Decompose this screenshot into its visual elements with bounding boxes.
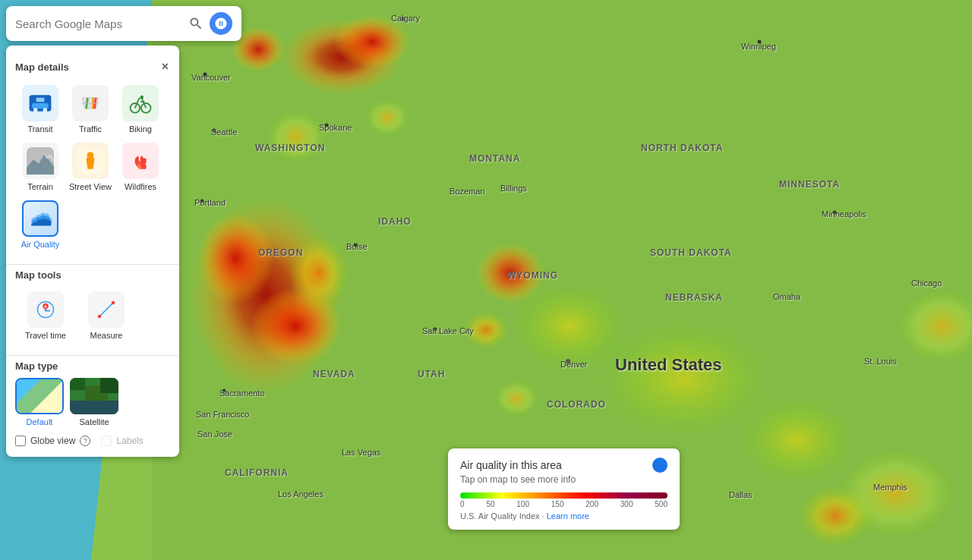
- globe-view-checkbox[interactable]: [15, 436, 26, 446]
- map-details-section: Map details × Transit: [6, 59, 179, 261]
- search-bar[interactable]: [6, 6, 241, 41]
- google-icon-button[interactable]: [210, 12, 232, 35]
- air-quality-info-box: Air quality in this area Tap on map to s…: [448, 448, 680, 530]
- left-panel: Map details × Transit: [6, 46, 179, 457]
- svg-text:A: A: [44, 304, 47, 309]
- traffic-icon: [72, 85, 109, 121]
- biking-icon: [122, 85, 159, 121]
- svg-point-57: [98, 315, 102, 319]
- svg-point-17: [509, 281, 630, 372]
- measure-label: Measure: [90, 331, 123, 340]
- globe-view-label: Globe view: [30, 436, 75, 446]
- transit-label: Transit: [27, 124, 52, 134]
- air-quality-icon: [22, 200, 58, 237]
- svg-point-33: [43, 108, 47, 112]
- aq-title: Air quality in this area: [460, 459, 562, 471]
- svg-point-7: [266, 110, 327, 163]
- learn-more-link[interactable]: Learn more: [547, 511, 589, 521]
- aq-toggle[interactable]: [652, 458, 667, 473]
- map-tools-header: Map tools: [15, 269, 170, 281]
- svg-point-10: [463, 311, 509, 349]
- aq-gradient-bar: [460, 492, 667, 499]
- terrain-label: Terrain: [27, 182, 53, 191]
- svg-point-58: [112, 301, 115, 305]
- svg-point-41: [140, 96, 144, 99]
- svg-point-8: [364, 99, 410, 137]
- maptype-default-icon: [15, 378, 64, 414]
- street-view-label: Street View: [69, 182, 112, 191]
- travel-time-icon: A: [27, 291, 64, 328]
- aq-footer: U.S. Air Quality Index · Learn more: [460, 511, 667, 521]
- map-tools-title: Map tools: [15, 269, 62, 281]
- search-input[interactable]: [15, 17, 182, 30]
- traffic-label: Traffic: [79, 124, 102, 134]
- svg-rect-62: [100, 378, 118, 393]
- terrain-icon: [22, 143, 58, 179]
- maptype-satellite[interactable]: Satellite: [70, 378, 118, 426]
- svg-rect-34: [36, 98, 45, 102]
- svg-point-32: [33, 108, 37, 112]
- map-tools-section: Map tools A Travel time: [6, 269, 179, 352]
- svg-point-4: [289, 235, 349, 311]
- map-item-wildfires[interactable]: Wildfires: [115, 138, 166, 196]
- svg-point-6: [334, 15, 410, 68]
- street-view-icon: [72, 143, 109, 179]
- aq-scale-labels: 0 50 100 150 200 300 500: [460, 500, 667, 508]
- aq-subtitle: Tap on map to see more info: [460, 474, 667, 485]
- maptype-default-label: Default: [27, 417, 53, 426]
- svg-line-55: [106, 307, 109, 310]
- biking-label: Biking: [129, 124, 152, 134]
- svg-point-39: [131, 103, 140, 113]
- maptype-default[interactable]: Default: [15, 378, 64, 426]
- map-tools-grid: A Travel time: [15, 287, 170, 344]
- travel-time-label: Travel time: [25, 331, 66, 340]
- map-details-header: Map details ×: [15, 59, 170, 74]
- svg-rect-60: [70, 378, 85, 390]
- svg-point-2: [197, 212, 273, 304]
- aq-scale: 0 50 100 150 200 300 500: [460, 492, 667, 508]
- transit-icon: [22, 85, 58, 121]
- map-details-title: Map details: [15, 61, 69, 73]
- svg-point-16: [737, 395, 858, 486]
- map-item-terrain[interactable]: Terrain: [15, 138, 65, 196]
- labels-checkbox: [101, 436, 112, 446]
- svg-point-40: [141, 103, 151, 113]
- tool-travel-time[interactable]: A Travel time: [15, 287, 76, 344]
- maptype-satellite-label: Satellite: [79, 417, 109, 426]
- map-details-grid: Transit Traffic: [15, 80, 170, 253]
- search-button[interactable]: [188, 16, 204, 31]
- close-panel-button[interactable]: ×: [160, 59, 170, 74]
- labels-label: Labels: [116, 436, 143, 446]
- map-type-title: Map type: [15, 360, 58, 372]
- tool-measure[interactable]: Measure: [76, 287, 137, 344]
- svg-point-13: [797, 486, 873, 546]
- wildfires-label: Wildfires: [125, 182, 156, 191]
- map-item-transit[interactable]: Transit: [15, 80, 65, 138]
- aq-info-header: Air quality in this area: [460, 458, 667, 473]
- svg-rect-63: [70, 401, 118, 414]
- measure-icon: [88, 291, 125, 328]
- svg-point-14: [494, 379, 539, 417]
- map-item-street-view[interactable]: Street View: [65, 138, 115, 196]
- svg-rect-31: [32, 103, 49, 109]
- maptype-satellite-icon: [70, 378, 118, 414]
- globe-help-icon[interactable]: ?: [80, 436, 90, 446]
- map-type-section: Map type Default: [6, 360, 179, 434]
- air-quality-label: Air Quality: [21, 240, 60, 249]
- map-type-header: Map type: [15, 360, 170, 372]
- wildfires-icon: [122, 143, 159, 179]
- map-item-biking[interactable]: Biking: [115, 80, 166, 138]
- map-item-air-quality[interactable]: Air Quality: [15, 196, 65, 253]
- map-type-grid: Default Satellite: [15, 378, 170, 426]
- svg-line-54: [103, 311, 106, 313]
- map-item-traffic[interactable]: Traffic: [65, 80, 115, 138]
- globe-view-row: Globe view ? Labels: [6, 434, 179, 448]
